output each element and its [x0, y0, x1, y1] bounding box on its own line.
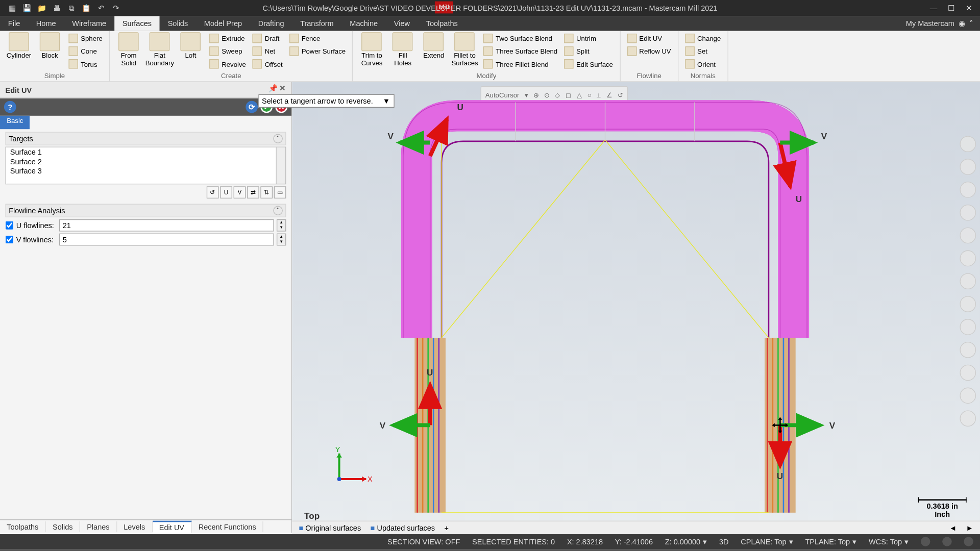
power-surface-button[interactable]: Power Surface: [288, 45, 347, 57]
three-surface-blend-button[interactable]: Three Surface Blend: [482, 45, 559, 57]
scrollbar[interactable]: [276, 147, 285, 184]
flat-boundary-button[interactable]: Flat Boundary: [146, 32, 173, 66]
reflow-uv-button[interactable]: Reflow UV: [626, 45, 672, 57]
sphere-button[interactable]: Sphere: [67, 32, 104, 44]
close-icon[interactable]: ✕: [964, 4, 973, 13]
tab-surfaces[interactable]: Surfaces: [114, 16, 160, 31]
qat-new-icon[interactable]: ▦: [7, 3, 17, 13]
tab-solids[interactable]: Solids: [160, 16, 196, 31]
set-button[interactable]: Set: [684, 45, 722, 57]
wire-icon[interactable]: [960, 273, 976, 289]
net-button[interactable]: Net: [251, 45, 284, 57]
zoom-icon[interactable]: [960, 159, 976, 175]
chevron-up-icon[interactable]: ˄: [969, 19, 973, 28]
graphics-viewport[interactable]: AutoCursor ▾ ⊕⊙◇ ◻△○ ⟂∠↺: [292, 82, 980, 533]
chevron-down-icon[interactable]: ▼: [382, 97, 391, 105]
extend-button[interactable]: Extend: [421, 32, 448, 59]
edit-surface-button[interactable]: Edit Surface: [563, 58, 615, 70]
pin-icon[interactable]: 📌: [268, 84, 277, 92]
qat-print-icon[interactable]: 🖶: [51, 3, 62, 13]
targets-listbox[interactable]: Surface 1 Surface 2 Surface 3: [6, 146, 286, 184]
select-icon[interactable]: ▭: [274, 186, 286, 198]
status-indicator-3-icon[interactable]: [964, 537, 973, 546]
qat-paste-icon[interactable]: 📋: [81, 3, 91, 13]
from-solid-button[interactable]: From Solid: [115, 32, 142, 66]
targets-header[interactable]: Targets ˄: [6, 132, 286, 145]
loft-button[interactable]: Loft: [177, 32, 204, 59]
u-spinner[interactable]: ▲▼: [277, 219, 286, 232]
tab-view[interactable]: View: [386, 16, 418, 31]
sweep-button[interactable]: Sweep: [208, 45, 248, 57]
qat-save-icon[interactable]: 💾: [21, 3, 32, 13]
panel-close-icon[interactable]: ✕: [279, 84, 287, 92]
tab-home[interactable]: Home: [28, 16, 64, 31]
swap-uv-icon[interactable]: ⇄: [247, 186, 259, 198]
cylinder-button[interactable]: Cylinder: [6, 32, 33, 59]
torus-button[interactable]: Torus: [67, 58, 104, 70]
v-flowlines-checkbox[interactable]: [6, 236, 14, 244]
qat-undo-icon[interactable]: ↶: [95, 3, 106, 13]
three-fillet-blend-button[interactable]: Three Fillet Blend: [482, 58, 559, 70]
tab-toolpaths[interactable]: Toolpaths: [418, 16, 466, 31]
bottom-tab-levels[interactable]: Levels: [117, 521, 153, 532]
flip-icon[interactable]: ⇅: [260, 186, 273, 198]
trim-to-curves-button[interactable]: Trim to Curves: [358, 32, 385, 66]
original-surfaces-toggle[interactable]: Original surfaces: [299, 524, 361, 532]
offset-button[interactable]: Offset: [251, 58, 284, 70]
add-toggle-icon[interactable]: +: [445, 524, 449, 532]
untrim-button[interactable]: Untrim: [563, 32, 615, 44]
ok-continue-button[interactable]: ⟳: [246, 101, 258, 113]
reselect-icon[interactable]: ↺: [207, 186, 219, 198]
maximize-icon[interactable]: ☐: [946, 4, 955, 13]
change-button[interactable]: Change: [684, 32, 722, 44]
qat-open-icon[interactable]: 📁: [36, 3, 47, 13]
bottom-tab-edit-uv[interactable]: Edit UV: [153, 520, 192, 533]
tab-machine[interactable]: Machine: [342, 16, 386, 31]
revolve-button[interactable]: Revolve: [208, 58, 248, 70]
fillet-to-surfaces-button[interactable]: Fillet to Surfaces: [451, 32, 478, 66]
edit-uv-button[interactable]: Edit UV: [626, 32, 672, 44]
bottom-tab-solids[interactable]: Solids: [46, 521, 80, 532]
help-icon[interactable]: ?: [4, 101, 16, 113]
tab-transform[interactable]: Transform: [292, 16, 341, 31]
list-item[interactable]: Surface 2: [6, 157, 285, 166]
status-mode[interactable]: 3D: [719, 538, 729, 546]
status-cplane[interactable]: CPLANE: Top ▾: [741, 537, 793, 546]
minimize-icon[interactable]: ―: [929, 4, 938, 13]
draft-button[interactable]: Draft: [251, 32, 284, 44]
v-spinner[interactable]: ▲▼: [277, 234, 286, 246]
flowline-header[interactable]: Flowline Analysis ˄: [6, 204, 286, 217]
iso-icon[interactable]: [960, 296, 976, 312]
gnomon-icon[interactable]: [960, 136, 976, 152]
list-item[interactable]: Surface 3: [6, 166, 285, 176]
extrude-button[interactable]: Extrude: [208, 32, 248, 44]
u-toggle-icon[interactable]: U: [220, 186, 232, 198]
status-tplane[interactable]: TPLANE: Top ▾: [805, 537, 856, 546]
v-toggle-icon[interactable]: V: [234, 186, 246, 198]
bottom-tab-recent[interactable]: Recent Functions: [192, 521, 264, 532]
tab-model-prep[interactable]: Model Prep: [196, 16, 250, 31]
basic-tab[interactable]: Basic: [0, 116, 30, 129]
bottom-tab-toolpaths[interactable]: Toolpaths: [0, 521, 46, 532]
shade-icon[interactable]: [960, 251, 976, 267]
tab-drafting[interactable]: Drafting: [250, 16, 292, 31]
list-item[interactable]: Surface 1: [6, 147, 285, 157]
u-flowlines-input[interactable]: 21: [59, 219, 274, 232]
top-icon[interactable]: [960, 319, 976, 335]
home-icon[interactable]: [960, 388, 976, 404]
bottom-tab-planes[interactable]: Planes: [80, 521, 117, 532]
two-surface-blend-button[interactable]: Two Surface Blend: [482, 32, 559, 44]
more-icon[interactable]: [960, 410, 976, 427]
v-flowlines-input[interactable]: 5: [59, 234, 274, 246]
prompt-dropdown[interactable]: Select a tangent arrow to reverse. ▼: [258, 94, 394, 108]
fence-button[interactable]: Fence: [288, 32, 347, 44]
my-mastercam-button[interactable]: My Mastercam ◉ ˄: [899, 16, 980, 31]
u-flowlines-checkbox[interactable]: [6, 221, 14, 230]
status-indicator-1-icon[interactable]: [921, 537, 930, 546]
cone-button[interactable]: Cone: [67, 45, 104, 57]
qat-redo-icon[interactable]: ↷: [110, 3, 121, 13]
front-icon[interactable]: [960, 342, 976, 358]
rotate-icon[interactable]: [960, 182, 976, 198]
tab-file[interactable]: File: [0, 16, 28, 31]
orient-button[interactable]: Orient: [684, 58, 722, 70]
